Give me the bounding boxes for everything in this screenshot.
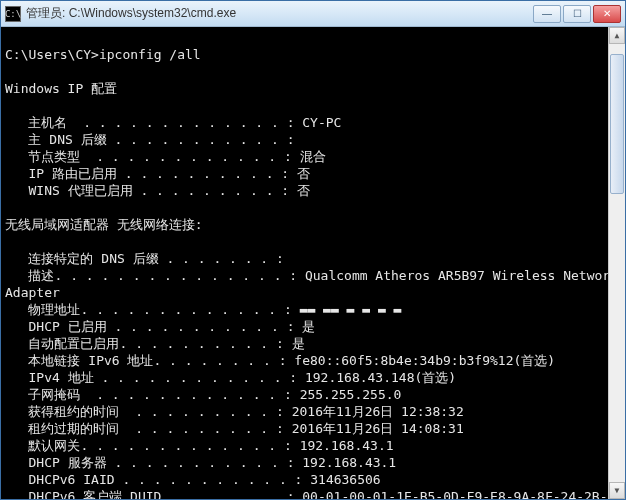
window-buttons: — ☐ ✕ bbox=[533, 5, 621, 23]
window-title: 管理员: C:\Windows\system32\cmd.exe bbox=[26, 5, 533, 22]
title-prefix: 管理员: bbox=[26, 6, 69, 20]
titlebar[interactable]: C:\ 管理员: C:\Windows\system32\cmd.exe — ☐… bbox=[1, 1, 625, 27]
maximize-button[interactable]: ☐ bbox=[563, 5, 591, 23]
scroll-thumb[interactable] bbox=[610, 54, 624, 194]
cmd-icon: C:\ bbox=[5, 6, 21, 22]
title-path: C:\Windows\system32\cmd.exe bbox=[69, 6, 236, 20]
terminal-output[interactable]: C:\Users\CY>ipconfig /all Windows IP 配置 … bbox=[1, 27, 608, 499]
scroll-down-button[interactable]: ▼ bbox=[609, 482, 625, 499]
scrollbar[interactable]: ▲ ▼ bbox=[608, 27, 625, 499]
scroll-track[interactable] bbox=[609, 44, 625, 482]
scroll-up-button[interactable]: ▲ bbox=[609, 27, 625, 44]
close-button[interactable]: ✕ bbox=[593, 5, 621, 23]
terminal-area: C:\Users\CY>ipconfig /all Windows IP 配置 … bbox=[1, 27, 625, 499]
minimize-button[interactable]: — bbox=[533, 5, 561, 23]
cmd-window: C:\ 管理员: C:\Windows\system32\cmd.exe — ☐… bbox=[0, 0, 626, 500]
